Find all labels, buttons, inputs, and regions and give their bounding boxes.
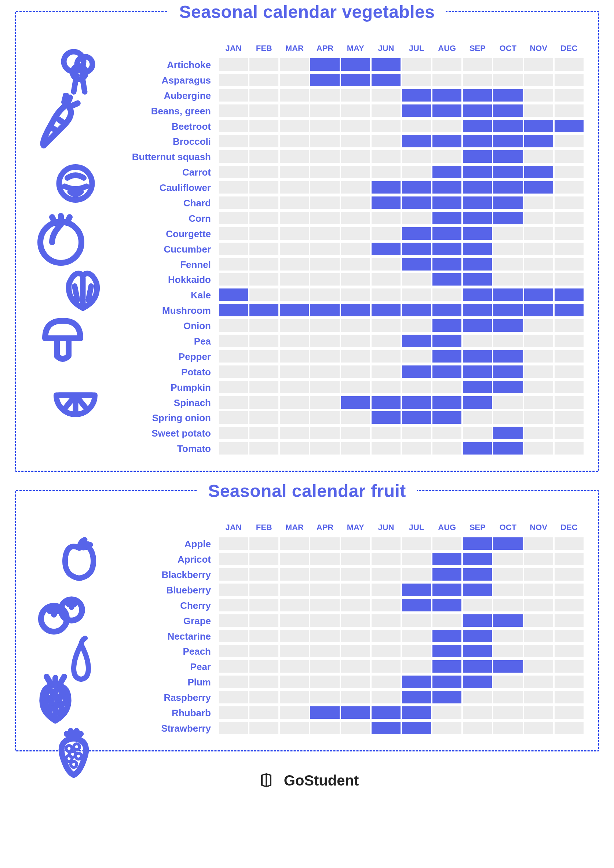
month-cell (555, 381, 584, 393)
month-cell (493, 181, 522, 194)
month-header: FEB (249, 521, 278, 536)
month-cell (249, 350, 278, 363)
month-cell (249, 258, 278, 271)
month-cell (219, 381, 248, 393)
month-cell (219, 181, 248, 194)
month-cell (432, 660, 462, 673)
month-cell (310, 104, 339, 117)
month-cell (432, 181, 462, 194)
month-cell (372, 258, 401, 271)
month-cell (463, 411, 492, 424)
month-cell (280, 568, 309, 581)
month-cell (555, 89, 584, 102)
month-header: APR (310, 521, 339, 536)
month-cell (402, 227, 431, 240)
month-cell (402, 584, 431, 596)
month-cell (463, 630, 492, 642)
month-cell (402, 212, 431, 224)
month-header: JAN (219, 521, 248, 536)
month-cell (432, 676, 462, 688)
month-cell (372, 706, 401, 719)
month-cell (219, 227, 248, 240)
month-cell (249, 150, 278, 163)
month-cell (219, 150, 248, 163)
month-cell (463, 568, 492, 581)
vegetables-panel: Seasonal calendar vegetables JANFEBMARAP… (15, 11, 599, 472)
month-cell (280, 319, 309, 332)
month-cell (402, 273, 431, 285)
month-cell (219, 706, 248, 719)
month-cell (341, 273, 370, 285)
month-cell (310, 319, 339, 332)
month-cell (432, 258, 462, 271)
month-cell (524, 537, 553, 550)
month-cell (524, 335, 553, 347)
month-cell (249, 166, 278, 178)
month-cell (219, 350, 248, 363)
month-cell (463, 243, 492, 255)
month-cell (280, 442, 309, 454)
month-cell (524, 706, 553, 719)
month-cell (555, 411, 584, 424)
month-cell (432, 722, 462, 734)
month-cell (310, 350, 339, 363)
month-cell (524, 120, 553, 132)
month-cell (310, 706, 339, 719)
month-cell (432, 135, 462, 147)
month-cell (524, 227, 553, 240)
month-cell (402, 120, 431, 132)
month-cell (249, 227, 278, 240)
month-cell (372, 537, 401, 550)
month-cell (341, 166, 370, 178)
month-cell (555, 722, 584, 734)
month-cell (402, 243, 431, 255)
month-cell (493, 691, 522, 704)
month-cell (310, 304, 339, 316)
month-cell (555, 74, 584, 86)
month-cell (555, 58, 584, 71)
month-cell (432, 706, 462, 719)
month-cell (524, 350, 553, 363)
month-cell (493, 288, 522, 301)
month-cell (310, 166, 339, 178)
month-cell (402, 350, 431, 363)
month-cell (219, 442, 248, 454)
month-cell (372, 166, 401, 178)
month-cell (524, 135, 553, 147)
month-cell (463, 120, 492, 132)
month-cell (219, 258, 248, 271)
month-cell (341, 645, 370, 657)
month-cell (555, 366, 584, 378)
month-cell (372, 304, 401, 316)
footer-brand: GoStudent (284, 772, 359, 789)
month-cell (249, 691, 278, 704)
month-cell (493, 660, 522, 673)
month-cell (493, 304, 522, 316)
month-cell (310, 288, 339, 301)
month-cell (402, 599, 431, 611)
month-cell (402, 166, 431, 178)
month-cell (402, 427, 431, 439)
month-cell (463, 89, 492, 102)
month-cell (341, 381, 370, 393)
month-cell (402, 288, 431, 301)
month-cell (402, 614, 431, 627)
month-cell (402, 104, 431, 117)
month-cell (310, 660, 339, 673)
month-cell (432, 691, 462, 704)
svg-point-18 (67, 757, 70, 760)
gostudent-logo-icon (255, 770, 277, 792)
month-cell (280, 304, 309, 316)
month-cell (463, 319, 492, 332)
month-cell (280, 676, 309, 688)
month-cell (463, 381, 492, 393)
month-cell (402, 645, 431, 657)
row-label: Cucumber (93, 243, 218, 257)
month-cell (463, 584, 492, 596)
month-cell (493, 89, 522, 102)
month-cell (402, 150, 431, 163)
month-cell (310, 553, 339, 565)
month-cell (219, 396, 248, 409)
month-cell (310, 258, 339, 271)
month-cell (249, 584, 278, 596)
